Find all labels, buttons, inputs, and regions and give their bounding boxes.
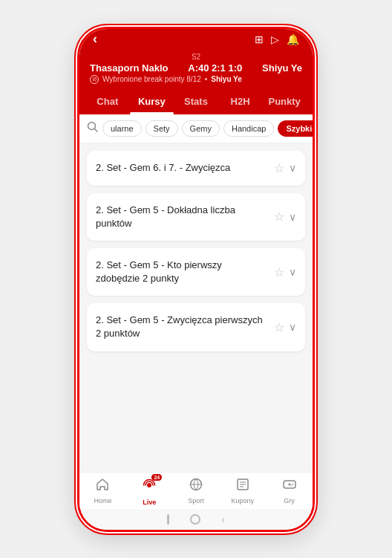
back-gesture (167, 514, 169, 525)
svg-line-1 (95, 129, 98, 132)
grid-icon: ⊞ (255, 33, 264, 45)
status-bar: ‹ ⊞ ▷ 🔔 (79, 29, 313, 50)
tab-kursy[interactable]: Kursy (130, 90, 174, 113)
search-icon[interactable] (87, 121, 99, 136)
bottom-nav: Home 24 Live (79, 472, 313, 509)
live-badge: 24 (151, 474, 162, 481)
filter-ularne[interactable]: ularne (102, 120, 142, 137)
bet-title-0: 2. Set - Gem 6. i 7. - Zwycięzca (96, 161, 268, 175)
bet-card-1[interactable]: 2. Set - Gem 5 - Dokładna liczba punktów… (87, 193, 305, 241)
match-sub-info: ⊘ Wybronione break pointy 8/12 • Shiyu Y… (90, 75, 302, 84)
kupony-icon (235, 477, 250, 496)
match-row: Thasaporn Naklo A:40 2:1 1:0 Shiyu Ye (90, 62, 302, 74)
forbidden-icon: ⊘ (90, 75, 99, 84)
chevron-icon-3[interactable]: ∨ (289, 321, 296, 333)
phone-frame: ‹ ⊞ ▷ 🔔 S2 Thasaporn Naklo A:40 2:1 1:0 … (77, 27, 315, 532)
chevron-icon-1[interactable]: ∨ (289, 211, 296, 223)
phone-bottom-bar: ‹ (79, 509, 313, 530)
bet-actions-2: ☆ ∨ (274, 265, 296, 279)
status-icons: ⊞ ▷ 🔔 (255, 33, 299, 45)
filter-gemy[interactable]: Gemy (182, 120, 220, 137)
break-info: Wybronione break pointy 8/12 (102, 75, 201, 83)
nav-gry-label: Gry (284, 497, 295, 505)
nav-live[interactable]: 24 Live (126, 477, 173, 506)
nav-gry[interactable]: Gry (266, 477, 313, 506)
svg-point-2 (147, 483, 151, 487)
tab-stats[interactable]: Stats (174, 90, 218, 113)
live-icon: 24 (141, 477, 157, 497)
filter-handicap[interactable]: Handicap (223, 120, 274, 137)
nav-live-label: Live (143, 499, 156, 506)
nav-home[interactable]: Home (79, 477, 126, 506)
star-icon-1[interactable]: ☆ (274, 210, 284, 224)
bet-actions-3: ☆ ∨ (274, 320, 296, 334)
svg-point-13 (291, 484, 293, 486)
player-left: Thasaporn Naklo (90, 62, 168, 74)
match-scores: A:40 2:1 1:0 (188, 62, 242, 74)
bell-icon: 🔔 (287, 33, 299, 45)
bet-card-2[interactable]: 2. Set - Gem 5 - Kto pierwszy zdobędzie … (87, 248, 305, 296)
star-icon-0[interactable]: ☆ (274, 161, 284, 175)
nav-sport[interactable]: Sport (173, 477, 220, 506)
filter-bar: ularne Sety Gemy Handicap Szybkie (79, 114, 313, 143)
recents-gesture: ‹ (221, 513, 225, 525)
home-icon (95, 477, 110, 496)
nav-home-label: Home (94, 497, 111, 505)
chevron-icon-2[interactable]: ∨ (289, 266, 296, 278)
tab-h2h[interactable]: H2H (218, 90, 263, 113)
home-gesture (190, 514, 200, 525)
bet-title-2: 2. Set - Gem 5 - Kto pierwszy zdobędzie … (96, 259, 268, 285)
star-icon-3[interactable]: ☆ (274, 320, 284, 334)
break-highlight: Shiyu Ye (211, 75, 242, 83)
nav-kupony[interactable]: Kupony (219, 477, 266, 506)
nav-kupony-label: Kupony (232, 497, 255, 505)
match-header: S2 Thasaporn Naklo A:40 2:1 1:0 Shiyu Ye… (79, 50, 313, 90)
filter-sety[interactable]: Sety (146, 120, 178, 137)
bet-title-1: 2. Set - Gem 5 - Dokładna liczba punktów (96, 204, 268, 230)
star-icon-2[interactable]: ☆ (274, 265, 284, 279)
nav-tabs: Chat Kursy Stats H2H Punkty (79, 90, 313, 114)
bet-card-3[interactable]: 2. Set - Gem 5 - Zwycięzca pierwszych 2 … (87, 303, 305, 351)
bet-title-3: 2. Set - Gem 5 - Zwycięzca pierwszych 2 … (96, 314, 268, 340)
content-area: 2. Set - Gem 6. i 7. - Zwycięzca ☆ ∨ 2. … (79, 143, 313, 472)
video-icon: ▷ (271, 33, 279, 45)
gry-icon (282, 477, 297, 496)
back-button[interactable]: ‹ (93, 31, 97, 47)
tab-chat[interactable]: Chat (85, 90, 130, 113)
chevron-icon-0[interactable]: ∨ (289, 162, 296, 174)
nav-sport-label: Sport (188, 497, 204, 505)
svg-point-12 (292, 483, 293, 484)
player-right: Shiyu Ye (262, 62, 302, 74)
bet-card-0[interactable]: 2. Set - Gem 6. i 7. - Zwycięzca ☆ ∨ (87, 151, 305, 186)
set-label: S2 (90, 53, 302, 61)
tab-punkty[interactable]: Punkty (262, 90, 307, 113)
bet-actions-0: ☆ ∨ (274, 161, 296, 175)
filter-szybkie[interactable]: Szybkie (278, 120, 313, 137)
sport-icon (189, 477, 203, 496)
bet-actions-1: ☆ ∨ (274, 210, 296, 224)
